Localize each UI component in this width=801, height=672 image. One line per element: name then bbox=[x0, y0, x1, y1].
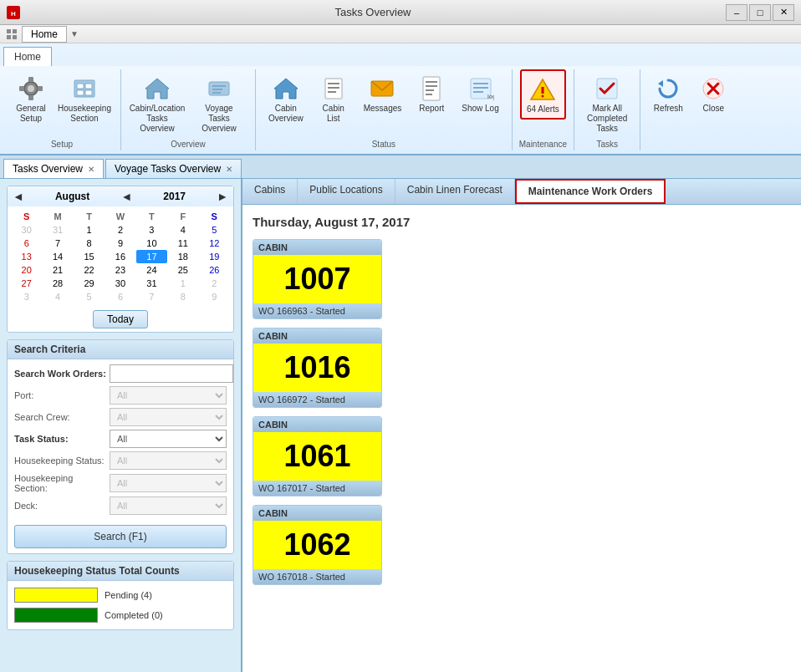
housekeeping-section-button[interactable]: HousekeepingSection bbox=[55, 69, 114, 128]
cal-day[interactable]: 30 bbox=[11, 223, 42, 237]
cal-day[interactable]: 4 bbox=[167, 223, 198, 237]
cal-day[interactable]: 19 bbox=[199, 250, 230, 263]
wo-card-1061[interactable]: CABIN 1061 WO 167017 - Started bbox=[253, 416, 382, 496]
wo-card-1062[interactable]: CABIN 1062 WO 167018 - Started bbox=[253, 505, 382, 585]
cal-day[interactable]: 5 bbox=[199, 223, 230, 237]
cal-day[interactable]: 6 bbox=[105, 290, 135, 303]
cabin-tasks-overview-button[interactable]: Cabin/LocationTasks Overview bbox=[128, 69, 186, 138]
wo-card-1016[interactable]: CABIN 1016 WO 166972 - Started bbox=[253, 328, 382, 408]
refresh-button[interactable]: Refresh bbox=[647, 69, 689, 118]
deck-select[interactable]: All bbox=[110, 496, 227, 515]
cal-day[interactable]: 21 bbox=[42, 263, 73, 277]
report-button[interactable]: Report bbox=[411, 69, 452, 118]
general-setup-button[interactable]: GeneralSetup bbox=[10, 69, 52, 128]
svg-rect-10 bbox=[19, 86, 24, 91]
search-crew-select[interactable]: All bbox=[110, 408, 227, 426]
refresh-label: Refresh bbox=[654, 104, 683, 114]
task-status-select[interactable]: All Started Completed Pending bbox=[110, 430, 227, 448]
mark-all-completed-button[interactable]: Mark AllCompletedTasks bbox=[581, 69, 633, 138]
cal-day[interactable]: 14 bbox=[42, 250, 73, 263]
svg-marker-42 bbox=[658, 80, 663, 87]
quick-access-chevron[interactable]: ▼ bbox=[70, 29, 79, 38]
cal-day[interactable]: 3 bbox=[136, 223, 167, 237]
svg-rect-20 bbox=[212, 89, 222, 90]
cal-day[interactable]: 3 bbox=[11, 290, 42, 303]
messages-button[interactable]: Messages bbox=[358, 69, 408, 118]
cal-day[interactable]: 24 bbox=[136, 263, 167, 277]
close-button[interactable]: Close bbox=[692, 69, 734, 118]
voyage-tasks-button[interactable]: Voyage TasksOverview bbox=[190, 69, 248, 138]
wo-card-1061-header: CABIN bbox=[253, 417, 381, 432]
svg-rect-4 bbox=[7, 35, 11, 39]
cal-day[interactable]: 31 bbox=[42, 223, 73, 237]
tab-cabin-linen-forecast[interactable]: Cabin Linen Forecast bbox=[395, 179, 515, 204]
alerts-button[interactable]: 64 Alerts bbox=[520, 69, 566, 120]
tab-maintenance-work-orders[interactable]: Maintenance Work Orders bbox=[515, 179, 666, 204]
port-select[interactable]: All bbox=[110, 386, 227, 405]
cal-day[interactable]: 28 bbox=[42, 277, 73, 290]
close-window-button[interactable]: ✕ bbox=[773, 4, 794, 21]
cal-day[interactable]: 18 bbox=[167, 250, 198, 263]
search-button[interactable]: Search (F1) bbox=[14, 525, 227, 548]
tab-tasks-overview[interactable]: Tasks Overview ✕ bbox=[3, 159, 104, 178]
prev-year-button[interactable]: ◄ bbox=[120, 190, 132, 203]
housekeeping-section-label: HousekeepingSection bbox=[58, 104, 111, 124]
cal-day[interactable]: 26 bbox=[199, 263, 230, 277]
cal-day[interactable]: 30 bbox=[105, 277, 135, 290]
cal-day[interactable]: 1 bbox=[167, 277, 198, 290]
cal-day[interactable]: 9 bbox=[105, 237, 135, 250]
cal-day[interactable]: 29 bbox=[74, 277, 105, 290]
cal-day[interactable]: 11 bbox=[167, 237, 198, 250]
cal-day[interactable]: 7 bbox=[42, 237, 73, 250]
cal-day[interactable]: 13 bbox=[11, 250, 42, 263]
cal-day[interactable]: 12 bbox=[199, 237, 230, 250]
cabin-list-button[interactable]: CabinList bbox=[313, 69, 355, 128]
cal-day[interactable]: 31 bbox=[136, 277, 167, 290]
cal-day[interactable]: 23 bbox=[105, 263, 135, 277]
wo-card-1016-number: 1016 bbox=[253, 344, 381, 392]
status-group-label: Status bbox=[263, 138, 505, 150]
svg-point-7 bbox=[28, 85, 34, 92]
ribbon: Home GeneralSetup bbox=[0, 43, 801, 155]
tab-voyage-tasks-close[interactable]: ✕ bbox=[226, 165, 232, 174]
hk-section-select[interactable]: All bbox=[110, 474, 227, 492]
tab-voyage-tasks[interactable]: Voyage Tasks Overview ✕ bbox=[105, 159, 242, 178]
search-crew-row: Search Crew: All bbox=[14, 408, 227, 426]
prev-month-button[interactable]: ◄ bbox=[13, 190, 24, 203]
tab-cabins[interactable]: Cabins bbox=[242, 179, 298, 204]
cal-day[interactable]: 16 bbox=[105, 250, 135, 263]
cal-day[interactable]: 22 bbox=[74, 263, 105, 277]
cal-day[interactable]: 7 bbox=[136, 290, 167, 303]
next-year-button[interactable]: ► bbox=[217, 190, 228, 203]
cabin-overview-button[interactable]: CabinOverview bbox=[263, 69, 309, 128]
cal-day[interactable]: 17 bbox=[136, 250, 167, 263]
wo-card-1007[interactable]: CABIN 1007 WO 166963 - Started bbox=[253, 239, 382, 319]
cal-day[interactable]: 27 bbox=[11, 277, 42, 290]
cal-day[interactable]: 10 bbox=[136, 237, 167, 250]
ribbon-group-maintenance-items: 64 Alerts bbox=[520, 69, 566, 138]
cal-day[interactable]: 20 bbox=[11, 263, 42, 277]
cal-day[interactable]: 5 bbox=[74, 290, 105, 303]
cal-day[interactable]: 4 bbox=[42, 290, 73, 303]
cal-day[interactable]: 6 bbox=[11, 237, 42, 250]
cal-day[interactable]: 2 bbox=[199, 277, 230, 290]
ribbon-tab-home[interactable]: Home bbox=[3, 47, 52, 66]
quick-access-tab[interactable]: Home bbox=[22, 26, 67, 43]
cal-day[interactable]: 8 bbox=[74, 237, 105, 250]
minimize-button[interactable]: – bbox=[726, 4, 747, 21]
maximize-button[interactable]: □ bbox=[749, 4, 771, 21]
today-button[interactable]: Today bbox=[93, 310, 148, 328]
show-log-button[interactable]: log Show Log bbox=[456, 69, 504, 118]
cal-day[interactable]: 1 bbox=[74, 223, 105, 237]
housekeeping-section-icon bbox=[69, 74, 99, 104]
tab-public-locations[interactable]: Public Locations bbox=[298, 179, 395, 204]
search-wo-input[interactable] bbox=[110, 364, 233, 383]
cal-day[interactable]: 2 bbox=[105, 223, 135, 237]
cal-day[interactable]: 8 bbox=[167, 290, 198, 303]
tab-tasks-overview-close[interactable]: ✕ bbox=[88, 165, 94, 174]
search-criteria-section: Search Criteria Search Work Orders: Port… bbox=[7, 339, 234, 554]
cal-day[interactable]: 15 bbox=[74, 250, 105, 263]
cal-day[interactable]: 9 bbox=[199, 290, 230, 303]
hk-status-select[interactable]: All bbox=[110, 451, 227, 470]
cal-day[interactable]: 25 bbox=[167, 263, 198, 277]
